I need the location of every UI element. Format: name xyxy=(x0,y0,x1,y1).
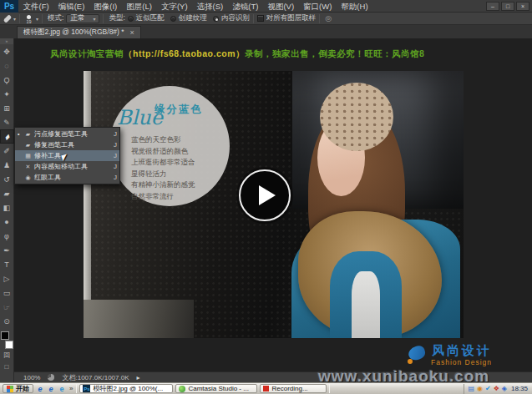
tablet-pressure-icon[interactable]: ◎ xyxy=(325,14,332,23)
radio-content-aware[interactable]: 内容识别 xyxy=(213,13,250,23)
menu-select[interactable]: 选择(S) xyxy=(192,0,228,13)
tool-options-bar: ▾ 19 ▾ 模式: 正常 ▾ 类型: 近似匹配 创建纹理 内容识别 xyxy=(0,13,532,25)
toolbar-collapse-icon[interactable]: » xyxy=(0,38,13,44)
history-brush-tool[interactable]: ↺ xyxy=(0,172,14,186)
taskbar-item-camtasia[interactable]: Camtasia Studio - ... xyxy=(175,384,257,393)
tray-icon[interactable]: ▤ xyxy=(468,384,474,394)
radio-proximity-match[interactable]: 近似匹配 xyxy=(128,13,165,23)
eraser-icon: ▰ xyxy=(4,189,10,198)
crop-icon: ⊞ xyxy=(3,104,10,113)
dodge-icon: φ xyxy=(4,232,9,240)
menu-edit[interactable]: 编辑(E) xyxy=(53,0,89,13)
zoom-level-field[interactable]: 100% xyxy=(23,374,40,381)
quick-launch-icon[interactable]: e xyxy=(58,385,66,393)
marquee-tool[interactable]: ◌ xyxy=(0,58,14,73)
quick-launch-icon[interactable]: e xyxy=(36,385,44,393)
screen-mode-button[interactable]: □ xyxy=(0,361,14,372)
menu-layer[interactable]: 图层(L) xyxy=(122,0,157,13)
tray-icon[interactable]: ❖ xyxy=(494,384,499,394)
mode-caret-icon: ▾ xyxy=(93,16,95,22)
menu-image[interactable]: 图像(I) xyxy=(89,0,122,13)
menu-type[interactable]: 文字(Y) xyxy=(156,0,192,13)
status-menu-arrow-icon[interactable]: ▸ xyxy=(137,374,140,381)
dodge-tool[interactable]: φ xyxy=(0,229,14,243)
quick-mask-button[interactable]: 回 xyxy=(0,349,14,361)
menu-view[interactable]: 视图(V) xyxy=(263,0,299,13)
blur-tool[interactable]: ● xyxy=(0,215,14,229)
red-eye-icon: ◉ xyxy=(24,174,32,181)
windows-logo-icon xyxy=(7,386,13,392)
tool-preset-caret-icon[interactable]: ▾ xyxy=(13,16,16,22)
brand-watermark: 风尚设计 Fashion Design xyxy=(407,345,492,368)
move-tool[interactable]: ✥ xyxy=(0,44,14,58)
menu-help[interactable]: 帮助(H) xyxy=(337,0,372,13)
hand-tool[interactable]: ☞ xyxy=(0,300,14,314)
flyout-item-spot-healing-brush[interactable]: • ▰ 污点修复画笔工具 J xyxy=(15,129,119,139)
photoshop-task-icon: Ps xyxy=(83,385,90,392)
quick-launch-overflow-icon[interactable]: » xyxy=(68,385,73,392)
start-button[interactable]: 开始 xyxy=(3,384,33,393)
lasso-tool[interactable]: Ϙ xyxy=(0,73,14,87)
taskbar-item-photoshop[interactable]: Ps 模特图2.jpg @ 100%(... xyxy=(79,384,173,393)
windows-taskbar: 开始 e e e » Ps 模特图2.jpg @ 100%(... Camtas… xyxy=(0,382,532,394)
patch-tool-icon: ▦ xyxy=(24,153,32,159)
photoshop-logo: Ps xyxy=(0,0,18,13)
flyout-item-healing-brush[interactable]: ▰ 修复画笔工具 J xyxy=(15,139,119,150)
tab-close-icon[interactable]: × xyxy=(130,28,134,37)
sample-all-layers-checkbox[interactable]: 对所有图层取样 xyxy=(257,13,317,23)
video-play-button[interactable] xyxy=(239,169,291,221)
brush-size-picker[interactable]: 19 xyxy=(23,13,34,23)
close-button[interactable]: × xyxy=(516,2,529,11)
taskbar-item-recording[interactable]: Recording... xyxy=(260,384,327,393)
system-tray: ▤ ◉ ✔ ❖ ◈ 18:35 xyxy=(464,384,529,394)
minimize-button[interactable]: – xyxy=(486,2,499,11)
radio-icon xyxy=(128,16,134,22)
sync-status-icon xyxy=(48,374,54,381)
menu-window[interactable]: 窗口(W) xyxy=(299,0,337,13)
radio-create-texture[interactable]: 创建纹理 xyxy=(170,13,207,23)
crop-tool[interactable]: ⊞ xyxy=(0,101,14,115)
mode-select[interactable]: 正常 ▾ xyxy=(66,14,99,23)
menu-filter[interactable]: 滤镜(T) xyxy=(228,0,263,13)
shape-tool[interactable]: ▭ xyxy=(0,285,14,300)
clone-stamp-tool[interactable]: ♟ xyxy=(0,158,14,172)
promo-description: 蓝色的天空色彩 视觉很舒适的颜色 上班逛街都非常适合 显得轻活力 有精神小清新的… xyxy=(131,134,195,202)
path-selection-tool[interactable]: ▷ xyxy=(0,271,14,285)
restore-button[interactable]: □ xyxy=(501,2,514,11)
quick-launch-icon[interactable]: e xyxy=(47,385,55,393)
history-brush-icon: ↺ xyxy=(3,175,10,184)
recording-task-icon xyxy=(263,386,269,391)
brush-tool[interactable]: ✐ xyxy=(0,144,14,158)
lasso-icon: Ϙ xyxy=(3,76,9,84)
tray-icon[interactable]: ◈ xyxy=(502,384,507,394)
type-tool[interactable]: T xyxy=(0,257,14,271)
color-swatches[interactable] xyxy=(0,331,14,349)
tutorial-watermark-text: 风尚设计淘宝营销（http://fs68.taobao.com）录制，独家出售，… xyxy=(50,48,424,60)
document-size-info: 文档:1007.0K/1007.0K xyxy=(62,373,129,382)
brush-picker-caret-icon[interactable]: ▾ xyxy=(36,16,38,22)
gradient-tool[interactable]: ◧ xyxy=(0,200,14,215)
menu-file[interactable]: 文件(F) xyxy=(18,0,53,13)
foreground-color-swatch[interactable] xyxy=(1,331,9,340)
flyout-item-content-aware-move[interactable]: ✕ 内容感知移动工具 J xyxy=(15,161,119,172)
pen-icon: ✒ xyxy=(3,246,10,255)
quick-selection-tool[interactable]: ✦ xyxy=(0,87,14,101)
healing-brush-icon: ▰ xyxy=(24,142,32,149)
flyout-item-red-eye[interactable]: ◉ 红眼工具 J xyxy=(15,172,119,183)
document-tab[interactable]: 模特图2.jpg @ 100%(RGB/8#) * × xyxy=(17,26,141,38)
tools-panel: » ✥ ◌ Ϙ ✦ ⊞ ✎ ▰ ✐ ♟ ↺ ▰ ◧ ● φ ✒ T ▷ ▭ ☞ … xyxy=(0,38,14,382)
tray-icon[interactable]: ◉ xyxy=(477,384,483,394)
clone-stamp-icon: ♟ xyxy=(3,161,10,169)
model-fur-hat xyxy=(320,83,393,151)
zoom-tool[interactable]: ⊙ xyxy=(0,314,14,328)
tray-icon[interactable]: ✔ xyxy=(485,384,491,394)
spot-healing-brush-tool[interactable]: ▰ xyxy=(0,129,14,144)
radio-selected-icon xyxy=(213,16,219,22)
wall-edge xyxy=(84,71,91,315)
eyedropper-tool[interactable]: ✎ xyxy=(0,115,14,129)
pen-tool[interactable]: ✒ xyxy=(0,243,14,257)
background-color-swatch[interactable] xyxy=(5,341,13,349)
active-tool-bullet: • xyxy=(18,131,22,137)
document-image: 缘分蓝色 Blue 蓝色的天空色彩 视觉很舒适的颜色 上班逛街都非常适合 显得轻… xyxy=(84,71,464,338)
eraser-tool[interactable]: ▰ xyxy=(0,186,14,200)
